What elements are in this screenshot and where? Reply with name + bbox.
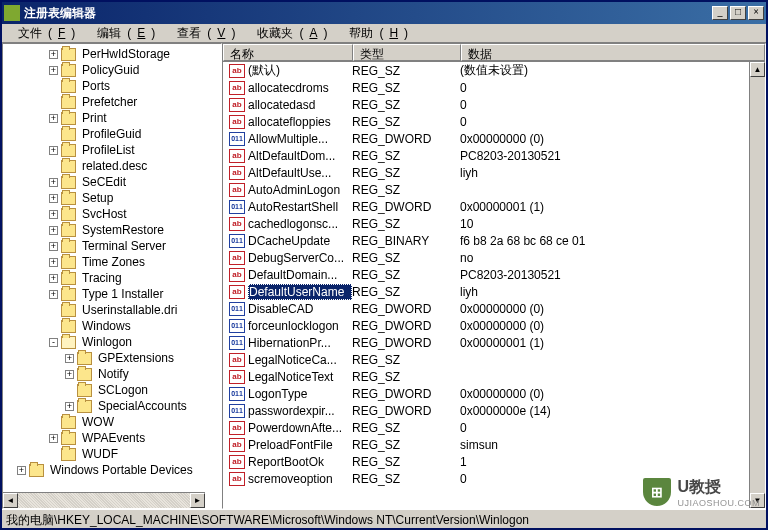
list-row[interactable]: abPreloadFontFileREG_SZsimsun	[223, 436, 765, 453]
list-row[interactable]: aballocatedasdREG_SZ0	[223, 96, 765, 113]
list-row[interactable]: aballocatefloppiesREG_SZ0	[223, 113, 765, 130]
tree-item[interactable]: +Terminal Server	[3, 238, 221, 254]
list-row[interactable]: abcachedlogonsc...REG_SZ10	[223, 215, 765, 232]
tree-item[interactable]: Userinstallable.dri	[3, 302, 221, 318]
menu-favorites[interactable]: 收藏夹(A)	[245, 23, 333, 44]
list-row[interactable]: abDefaultUserNameREG_SZliyh	[223, 283, 765, 300]
list-row[interactable]: abPowerdownAfte...REG_SZ0	[223, 419, 765, 436]
expand-icon[interactable]: +	[49, 178, 58, 187]
expand-icon[interactable]: +	[49, 210, 58, 219]
tree-item[interactable]: +Windows Portable Devices	[3, 462, 221, 478]
menu-edit[interactable]: 编辑(E)	[85, 23, 161, 44]
list-row[interactable]: 011HibernationPr...REG_DWORD0x00000001 (…	[223, 334, 765, 351]
tree-item[interactable]: Windows	[3, 318, 221, 334]
tree-item[interactable]: +Setup	[3, 190, 221, 206]
tree-item[interactable]: Prefetcher	[3, 94, 221, 110]
list-row[interactable]: 011forceunlocklogonREG_DWORD0x00000000 (…	[223, 317, 765, 334]
list-row[interactable]: abDebugServerCo...REG_SZno	[223, 249, 765, 266]
list-row[interactable]: abAltDefaultUse...REG_SZliyh	[223, 164, 765, 181]
value-name: allocatedasd	[248, 98, 352, 112]
expand-icon[interactable]: +	[49, 66, 58, 75]
scroll-left-icon[interactable]: ◄	[3, 493, 18, 508]
list-row[interactable]: 011DCacheUpdateREG_BINARYf6 b8 2a 68 bc …	[223, 232, 765, 249]
value-data: 1	[460, 455, 765, 469]
tree-item[interactable]: +SvcHost	[3, 206, 221, 222]
expand-icon[interactable]: +	[65, 354, 74, 363]
column-name[interactable]: 名称	[223, 44, 353, 61]
tree-item[interactable]: +Time Zones	[3, 254, 221, 270]
tree-item[interactable]: +SystemRestore	[3, 222, 221, 238]
value-name: LegalNoticeText	[248, 370, 352, 384]
minimize-button[interactable]: _	[712, 6, 728, 20]
menu-view[interactable]: 查看(V)	[165, 23, 241, 44]
list-row[interactable]: 011DisableCADREG_DWORD0x00000000 (0)	[223, 300, 765, 317]
expand-icon[interactable]: +	[49, 226, 58, 235]
tree-item[interactable]: related.desc	[3, 158, 221, 174]
menu-help[interactable]: 帮助(H)	[337, 23, 414, 44]
list-row[interactable]: 011passwordexpir...REG_DWORD0x0000000e (…	[223, 402, 765, 419]
tree-item[interactable]: WOW	[3, 414, 221, 430]
tree-item[interactable]: +PolicyGuid	[3, 62, 221, 78]
tree-item[interactable]: +Notify	[3, 366, 221, 382]
list-row[interactable]: 011AllowMultiple...REG_DWORD0x00000000 (…	[223, 130, 765, 147]
tree-item[interactable]: +Print	[3, 110, 221, 126]
list-row[interactable]: aballocatecdromsREG_SZ0	[223, 79, 765, 96]
collapse-icon[interactable]: -	[49, 338, 58, 347]
tree-item[interactable]: ProfileGuid	[3, 126, 221, 142]
folder-icon	[61, 128, 76, 141]
expand-icon[interactable]: +	[49, 274, 58, 283]
expand-icon[interactable]: +	[65, 402, 74, 411]
list-row[interactable]: ab(默认)REG_SZ(数值未设置)	[223, 62, 765, 79]
tree-item[interactable]: +SeCEdit	[3, 174, 221, 190]
tree-item-label: SvcHost	[80, 206, 129, 222]
list-row[interactable]: abLegalNoticeTextREG_SZ	[223, 368, 765, 385]
tree-item[interactable]: WUDF	[3, 446, 221, 462]
watermark-title: U教授	[677, 477, 760, 498]
value-list[interactable]: ab(默认)REG_SZ(数值未设置)aballocatecdromsREG_S…	[223, 62, 765, 487]
value-data: 0	[460, 115, 765, 129]
expand-icon[interactable]: +	[65, 370, 74, 379]
list-row[interactable]: abAltDefaultDom...REG_SZPC8203-20130521	[223, 147, 765, 164]
value-name: allocatefloppies	[248, 115, 352, 129]
close-button[interactable]: ×	[748, 6, 764, 20]
list-scrollbar-v[interactable]: ▲ ▼	[749, 62, 765, 508]
column-data[interactable]: 数据	[461, 44, 765, 61]
folder-icon	[61, 112, 76, 125]
expand-icon[interactable]: +	[49, 258, 58, 267]
value-data: 0x00000000 (0)	[460, 302, 765, 316]
scroll-up-icon[interactable]: ▲	[750, 62, 765, 77]
tree-scrollbar-h[interactable]: ◄ ►	[3, 492, 205, 508]
scroll-right-icon[interactable]: ►	[190, 493, 205, 508]
tree-item[interactable]: +GPExtensions	[3, 350, 221, 366]
expand-icon[interactable]: +	[49, 290, 58, 299]
list-row[interactable]: 011LogonTypeREG_DWORD0x00000000 (0)	[223, 385, 765, 402]
tree-item[interactable]: +PerHwIdStorage	[3, 46, 221, 62]
tree-item[interactable]: +Tracing	[3, 270, 221, 286]
expand-icon[interactable]: +	[49, 50, 58, 59]
value-data: 0	[460, 81, 765, 95]
registry-tree[interactable]: +PerHwIdStorage+PolicyGuidPortsPrefetche…	[3, 44, 221, 480]
list-row[interactable]: abAutoAdminLogonREG_SZ	[223, 181, 765, 198]
expand-icon[interactable]: +	[49, 114, 58, 123]
expand-icon[interactable]: +	[17, 466, 26, 475]
expand-icon[interactable]: +	[49, 194, 58, 203]
tree-item[interactable]: +Type 1 Installer	[3, 286, 221, 302]
expand-icon[interactable]: +	[49, 242, 58, 251]
expand-icon[interactable]: +	[49, 146, 58, 155]
list-row[interactable]: 011AutoRestartShellREG_DWORD0x00000001 (…	[223, 198, 765, 215]
maximize-button[interactable]: □	[730, 6, 746, 20]
tree-item[interactable]: SCLogon	[3, 382, 221, 398]
string-value-icon: ab	[229, 353, 245, 367]
tree-item[interactable]: +SpecialAccounts	[3, 398, 221, 414]
list-row[interactable]: abDefaultDomain...REG_SZPC8203-20130521	[223, 266, 765, 283]
tree-item[interactable]: +ProfileList	[3, 142, 221, 158]
tree-item[interactable]: -Winlogon	[3, 334, 221, 350]
menu-file[interactable]: 文件(F)	[6, 23, 81, 44]
value-data: 0	[460, 421, 765, 435]
column-type[interactable]: 类型	[353, 44, 461, 61]
list-row[interactable]: abReportBootOkREG_SZ1	[223, 453, 765, 470]
tree-item[interactable]: Ports	[3, 78, 221, 94]
list-row[interactable]: abLegalNoticeCa...REG_SZ	[223, 351, 765, 368]
tree-item[interactable]: +WPAEvents	[3, 430, 221, 446]
expand-icon[interactable]: +	[49, 434, 58, 443]
